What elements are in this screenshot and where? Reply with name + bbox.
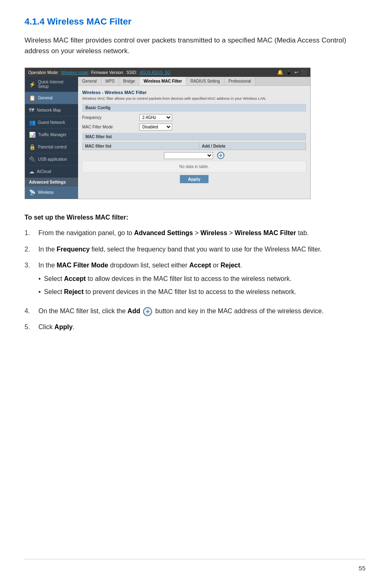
step-4-num: 4. — [25, 306, 34, 316]
step-3-num: 3. — [25, 260, 34, 300]
mac-filter-list-section: MAC filter list — [82, 133, 306, 141]
step-3-sub-2: Select Reject to prevent devices in the … — [38, 287, 365, 297]
step-1-content: From the navigation panel, go to Advance… — [38, 228, 365, 238]
wireless-icon: 📡 — [29, 189, 36, 195]
sidebar-item-parental-control[interactable]: 🔒 Parental control — [25, 141, 78, 153]
step-2-content: In the Frequency field, select the frequ… — [38, 244, 365, 255]
wireless-mac-filter-section-title: Wireless - Wireless MAC Filter — [82, 90, 306, 95]
frequency-row: Frequency 2.4GHz 5GHz — [82, 114, 306, 121]
quick-internet-icon: ⚡ — [29, 81, 36, 88]
instruction-step-5: 5. Click Apply. — [25, 322, 365, 332]
step-2-num: 2. — [25, 244, 34, 255]
sidebar-item-general[interactable]: 📋 General — [25, 92, 78, 104]
mac-filter-mode-label: MAC Filter Mode — [82, 125, 139, 129]
sidebar-label-network-map: Network Map — [37, 108, 61, 112]
step-5-num: 5. — [25, 322, 34, 332]
frequency-select[interactable]: 2.4GHz 5GHz — [139, 114, 172, 121]
sidebar-item-guest-network[interactable]: 👥 Guest Network — [25, 117, 78, 129]
firmware-label: Firmware Version: — [91, 70, 124, 75]
sidebar-item-traffic-manager[interactable]: 📊 Traffic Manager — [25, 129, 78, 141]
apply-button[interactable]: Apply — [180, 175, 209, 183]
step-4-content: On the MAC filter list, click the Add + … — [38, 306, 365, 316]
sidebar-label-general: General — [38, 96, 53, 100]
step-3-sub-2-text: Select Reject to prevent devices in the … — [44, 287, 296, 297]
intro-paragraph: Wireless MAC filter provides control ove… — [25, 35, 365, 56]
sidebar-item-aicloud[interactable]: ☁ AiCloud — [25, 166, 78, 178]
tab-radius-setting[interactable]: RADIUS Setting — [186, 77, 224, 85]
topbar-icon-1: 🔔 — [277, 70, 283, 75]
router-ui-screenshot: Operation Mode: Wireless router Firmware… — [25, 67, 311, 199]
sidebar-item-quick-internet[interactable]: ⚡ Quick Internet Setup — [25, 77, 78, 92]
step-3-sub-1-text: Select Accept to allow devices in the MA… — [44, 274, 292, 284]
sidebar-label-quick-internet: Quick Internet Setup — [38, 80, 74, 89]
sidebar-label-aicloud: AiCloud — [37, 169, 51, 174]
mac-entry-select[interactable] — [164, 152, 213, 159]
bottom-rule — [25, 559, 365, 559]
sidebar-item-usb-application[interactable]: 🔌 USB application — [25, 153, 78, 166]
router-topbar: Operation Mode: Wireless router Firmware… — [25, 68, 310, 77]
instructions-section: To set up the Wireless MAC filter: 1. Fr… — [25, 214, 365, 332]
aicloud-icon: ☁ — [29, 168, 34, 175]
step-5-content: Click Apply. — [38, 322, 365, 332]
basic-config-label: Basic Config — [82, 104, 306, 112]
mac-filter-mode-row: MAC Filter Mode Disabled Accept Reject — [82, 123, 306, 130]
sidebar-label-parental-control: Parental control — [38, 145, 67, 149]
sidebar-label-traffic-manager: Traffic Manager — [38, 132, 66, 137]
operation-mode-label: Operation Mode: — [28, 70, 59, 75]
usb-application-icon: 🔌 — [29, 156, 36, 162]
mac-filter-table: MAC filter list Add / Delete — [82, 142, 306, 150]
router-content-area: Wireless - Wireless MAC Filter Wireless … — [78, 86, 310, 190]
mac-filter-mode-select[interactable]: Disabled Accept Reject — [139, 123, 172, 130]
add-mac-button[interactable]: + — [217, 152, 224, 159]
frequency-label: Frequency — [82, 115, 139, 120]
mac-row-controls: + — [82, 152, 306, 159]
topbar-icon-3: ↩ — [294, 70, 298, 75]
inline-add-icon: + — [143, 307, 152, 316]
tab-wireless-mac-filter[interactable]: Wireless MAC Filter — [139, 77, 186, 85]
tab-wps[interactable]: WPS — [101, 77, 119, 85]
sidebar-item-network-map[interactable]: 🗺 Network Map — [25, 104, 78, 117]
topbar-icon-2: 📱 — [286, 70, 292, 75]
sidebar-label-wireless: Wireless — [38, 190, 54, 195]
instructions-title: To set up the Wireless MAC filter: — [25, 214, 365, 221]
tab-general[interactable]: General — [78, 77, 101, 85]
topbar-icons: 🔔 📱 ↩ ⬛ — [277, 70, 307, 75]
sidebar-advanced-settings-section: Advanced Settings — [25, 178, 78, 186]
instructions-list: 1. From the navigation panel, go to Adva… — [25, 228, 365, 332]
mac-filter-list-col: MAC filter list — [83, 143, 199, 150]
instruction-step-3: 3. In the MAC Filter Mode dropdown list,… — [25, 260, 365, 300]
guest-network-icon: 👥 — [29, 119, 36, 126]
instruction-step-2: 2. In the Frequency field, select the fr… — [25, 244, 365, 255]
step-3-sublist: Select Accept to allow devices in the MA… — [38, 274, 365, 297]
step-3-sub-1: Select Accept to allow devices in the MA… — [38, 274, 365, 284]
page-number: 55 — [359, 565, 365, 572]
instruction-step-4: 4. On the MAC filter list, click the Add… — [25, 306, 365, 316]
sidebar-label-usb-application: USB application — [38, 157, 67, 162]
router-main: General WPS Bridge Wireless MAC Filter R… — [78, 77, 310, 199]
instruction-step-1: 1. From the navigation panel, go to Adva… — [25, 228, 365, 238]
router-tabs: General WPS Bridge Wireless MAC Filter R… — [78, 77, 310, 86]
general-icon: 📋 — [29, 95, 36, 101]
ssid-values: ASUS ASUS_5G — [139, 70, 170, 75]
wireless-mac-filter-section-desc: Wireless MAC filter allows you to contro… — [82, 97, 306, 101]
parental-control-icon: 🔒 — [29, 144, 36, 150]
sidebar-label-guest-network: Guest Network — [38, 120, 65, 125]
tab-professional[interactable]: Professional — [224, 77, 256, 85]
topbar-left: Operation Mode: Wireless router Firmware… — [28, 70, 170, 75]
sidebar-item-wireless[interactable]: 📡 Wireless — [25, 186, 78, 199]
no-data-text: No data in table. — [82, 161, 306, 173]
step-3-content: In the MAC Filter Mode dropdown list, se… — [38, 260, 365, 300]
add-delete-col: Add / Delete — [199, 143, 306, 150]
tab-bridge[interactable]: Bridge — [119, 77, 139, 85]
operation-mode-value: Wireless router — [61, 70, 89, 75]
step-1-num: 1. — [25, 228, 34, 238]
topbar-icon-4: ⬛ — [301, 70, 307, 75]
page-title: 4.1.4 Wireless MAC Filter — [25, 16, 365, 27]
router-sidebar: ⚡ Quick Internet Setup 📋 General 🗺 Netwo… — [25, 77, 78, 199]
ssid-label-text: SSID: — [126, 70, 137, 75]
network-map-icon: 🗺 — [29, 107, 34, 113]
router-body: ⚡ Quick Internet Setup 📋 General 🗺 Netwo… — [25, 77, 310, 199]
traffic-manager-icon: 📊 — [29, 132, 36, 138]
